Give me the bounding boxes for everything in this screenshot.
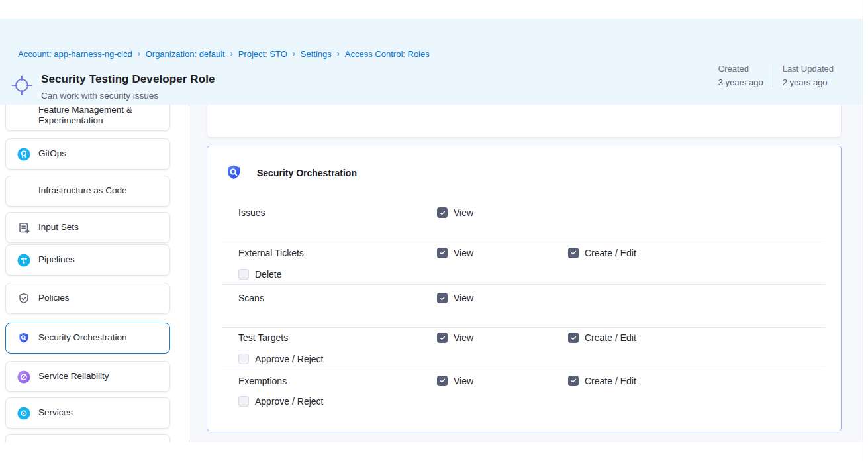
permission-row-external-tickets: External TicketsViewCreate / EditDelete xyxy=(222,242,826,284)
permission-cell: Approve / Reject xyxy=(238,396,437,407)
checkbox-external-tickets-create-edit[interactable] xyxy=(568,248,579,258)
sidebar-item-infrastructure-as-code[interactable]: Infrastructure as Code xyxy=(5,176,170,207)
permission-label: View xyxy=(454,333,473,343)
role-target-icon xyxy=(10,74,34,97)
permission-label: Delete xyxy=(255,269,281,280)
check-icon xyxy=(439,249,446,256)
security-orchestration-shield-icon xyxy=(224,163,244,183)
sidebar-item-label: Service Reliability xyxy=(38,371,109,382)
permission-cell: View xyxy=(437,333,568,343)
sidebar-item-label: GitOps xyxy=(38,148,66,160)
breadcrumb-link-settings[interactable]: Settings xyxy=(301,49,332,59)
sidebar-item-label: Input Sets xyxy=(38,222,79,233)
sidebar-item-services[interactable]: Services xyxy=(5,397,170,429)
role-meta: Created 3 years ago Last Updated 2 years… xyxy=(709,64,843,87)
breadcrumb-link-access-control-roles[interactable]: Access Control: Roles xyxy=(345,49,430,59)
checkbox-exemptions-approve-reject[interactable] xyxy=(238,396,249,407)
permission-cell: View xyxy=(437,207,568,218)
breadcrumb-link-project-sto[interactable]: Project: STO xyxy=(238,49,287,59)
permission-label: Create / Edit xyxy=(585,376,636,386)
policies-icon xyxy=(17,291,31,306)
permission-rows: IssuesViewExternal TicketsViewCreate / E… xyxy=(222,199,826,412)
checkbox-test-targets-view[interactable] xyxy=(437,333,448,343)
security-orchestration-panel: Security Orchestration IssuesViewExterna… xyxy=(207,146,842,431)
panel-title: Security Orchestration xyxy=(257,168,357,178)
sidebar-item-label: Security Orchestration xyxy=(38,333,127,344)
page-right-border xyxy=(863,0,863,461)
role-title-block: Security Testing Developer Role Can work… xyxy=(10,73,215,101)
breadcrumb-separator: › xyxy=(230,50,233,58)
feature-management-icon xyxy=(17,108,31,123)
check-icon xyxy=(570,377,577,384)
permission-label: Create / Edit xyxy=(585,248,636,258)
resource-label: Scans xyxy=(238,293,437,303)
resource-sidebar: Feature Management & ExperimentationGitO… xyxy=(0,105,189,442)
breadcrumb-link-organization-default[interactable]: Organization: default xyxy=(146,49,225,59)
permission-cell: Create / Edit xyxy=(568,333,697,343)
service-reliability-icon xyxy=(17,370,31,384)
resource-label: External Tickets xyxy=(238,248,437,258)
last-updated-meta: Last Updated 2 years ago xyxy=(773,64,843,87)
breadcrumb-separator: › xyxy=(337,50,340,58)
permission-cell: Create / Edit xyxy=(568,248,697,258)
sidebar-item-feature-management-experimentation[interactable]: Feature Management & Experimentation xyxy=(5,105,170,131)
resource-label: Issues xyxy=(238,207,437,218)
sidebar-item-label: Pipelines xyxy=(38,254,75,266)
breadcrumb-separator: › xyxy=(293,50,295,58)
checkbox-external-tickets-view[interactable] xyxy=(437,248,448,258)
sidebar-item-security-orchestration[interactable]: Security Orchestration xyxy=(5,323,170,354)
last-updated-label: Last Updated xyxy=(783,64,834,74)
check-icon xyxy=(439,295,446,302)
sidebar-item-label: Services xyxy=(38,407,73,419)
breadcrumb-separator: › xyxy=(138,50,140,58)
services-icon xyxy=(17,406,31,421)
sidebar-item-pipelines[interactable]: Pipelines xyxy=(5,244,170,276)
sidebar-item-input-sets[interactable]: Input Sets xyxy=(5,212,170,243)
permission-cell: Approve / Reject xyxy=(238,354,437,364)
permission-row-test-targets: Test TargetsViewCreate / EditApprove / R… xyxy=(222,327,826,370)
infrastructure-as-code-icon xyxy=(17,184,31,199)
sidebar-item-service-reliability[interactable]: Service Reliability xyxy=(5,361,170,392)
page-title: Security Testing Developer Role xyxy=(41,73,215,86)
permission-row-scans: ScansView xyxy=(222,284,826,327)
permission-row-exemptions: ExemptionsViewCreate / EditApprove / Rej… xyxy=(222,370,826,412)
permission-cell: Delete xyxy=(238,269,437,280)
last-updated-value: 2 years ago xyxy=(783,77,834,87)
permission-label: View xyxy=(454,248,473,258)
checkbox-exemptions-view[interactable] xyxy=(437,376,448,386)
input-sets-icon xyxy=(17,221,31,235)
permission-row-issues: IssuesView xyxy=(222,199,826,242)
permission-cell: Create / Edit xyxy=(568,376,697,386)
security-orchestration-icon xyxy=(17,331,31,346)
permission-label: Create / Edit xyxy=(585,333,636,343)
breadcrumb-link-account-app-harness-ng-cicd[interactable]: Account: app-harness-ng-cicd xyxy=(18,49,132,59)
check-icon xyxy=(570,334,577,342)
sidebar-item-partial[interactable] xyxy=(5,434,170,442)
permission-label: View xyxy=(454,293,473,303)
breadcrumb: Account: app-harness-ng-cicd›Organizatio… xyxy=(18,49,430,59)
page-subtitle: Can work with security issues xyxy=(41,91,215,101)
sidebar-item-policies[interactable]: Policies xyxy=(5,283,170,314)
pipelines-icon xyxy=(17,253,31,268)
sidebar-item-gitops[interactable]: GitOps xyxy=(5,138,170,170)
checkbox-test-targets-approve-reject[interactable] xyxy=(238,354,249,364)
permission-cell: View xyxy=(437,293,568,303)
check-icon xyxy=(439,334,446,342)
sidebar-item-label: Feature Management & Experimentation xyxy=(38,105,163,127)
permission-label: Approve / Reject xyxy=(255,354,324,364)
resource-label: Test Targets xyxy=(238,333,437,343)
page-header: Account: app-harness-ng-cicd›Organizatio… xyxy=(0,19,863,105)
checkbox-exemptions-create-edit[interactable] xyxy=(568,376,579,386)
checkbox-test-targets-create-edit[interactable] xyxy=(568,333,579,343)
checkbox-scans-view[interactable] xyxy=(437,293,448,303)
checkbox-external-tickets-delete[interactable] xyxy=(238,269,249,280)
checkbox-issues-view[interactable] xyxy=(437,207,448,218)
panel-header: Security Orchestration xyxy=(207,146,841,199)
sidebar-item-label: Infrastructure as Code xyxy=(38,185,127,197)
check-icon xyxy=(439,377,446,384)
permission-label: View xyxy=(454,207,473,218)
permission-label: Approve / Reject xyxy=(255,396,324,407)
permission-label: View xyxy=(454,376,473,386)
created-label: Created xyxy=(718,64,763,74)
permission-cell: View xyxy=(437,376,568,386)
